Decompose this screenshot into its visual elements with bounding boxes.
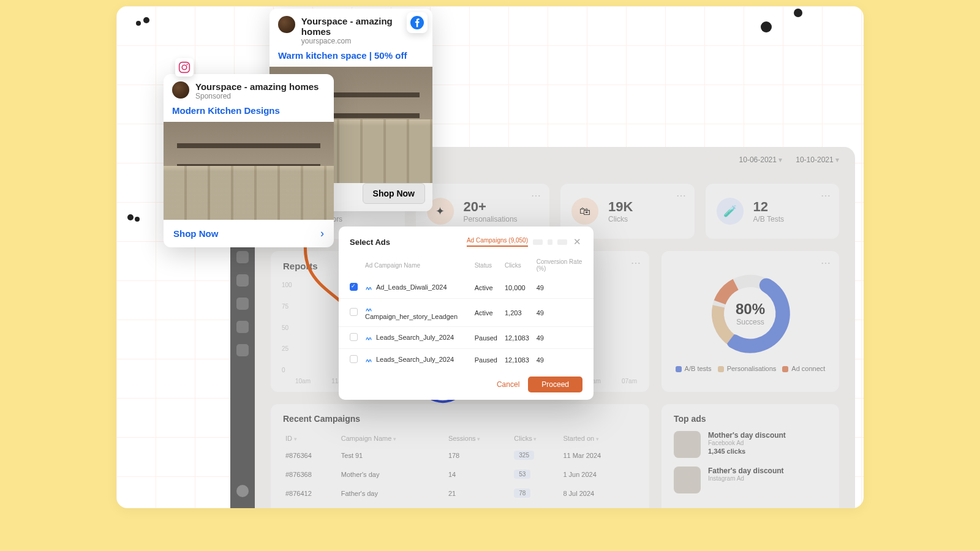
instagram-icon — [175, 58, 194, 77]
checkbox[interactable] — [350, 333, 358, 341]
top-ad-row[interactable]: Father's day discount Instagram Ad — [674, 467, 827, 493]
success-donut-panel: ⋯ 80% Success A — [662, 251, 839, 392]
table-row[interactable]: Leads_Search_July_2024Paused12,108349 — [339, 349, 594, 371]
sidebar-avatar[interactable] — [236, 485, 249, 497]
clicks: 12,1083 — [501, 327, 533, 349]
status: Paused — [471, 327, 501, 349]
shop-now-link[interactable]: Shop Now — [173, 228, 218, 239]
legend-adconnect: Ad connect — [782, 365, 825, 372]
ad-image — [164, 122, 334, 220]
chevron-right-icon[interactable]: › — [320, 227, 324, 240]
bag-icon: 🛍 — [571, 198, 598, 225]
conversion-rate: 49 — [533, 349, 594, 371]
campaign-name: Leads_Search_July_2024 — [361, 327, 471, 349]
instagram-ad-preview: Yourspace - amazing homes Sponsored Mode… — [164, 74, 334, 247]
conversion-rate: 49 — [533, 277, 594, 299]
sidebar-item[interactable] — [236, 274, 249, 287]
date-range: 10-06-2021 10-10-2021 — [739, 156, 839, 164]
fb-headline: Warm kitchen space | 50% off — [270, 49, 432, 67]
table-row[interactable]: #876364Test 9117832511 Mar 2024 — [283, 446, 637, 465]
more-icon[interactable]: ⋯ — [531, 190, 541, 201]
sidebar-item[interactable] — [236, 321, 249, 333]
ig-headline: Modern Kitchen Designs — [164, 104, 334, 122]
checkbox[interactable] — [350, 355, 358, 363]
checkbox[interactable] — [350, 308, 358, 316]
svg-rect-6 — [179, 62, 190, 73]
svg-point-8 — [187, 64, 188, 65]
thumb-icon — [674, 467, 701, 493]
cancel-button[interactable]: Cancel — [497, 377, 519, 392]
donut-chart: 80% Success — [707, 271, 793, 356]
conversion-rate: 49 — [533, 327, 594, 349]
modal-title: Select Ads — [350, 238, 390, 247]
recent-campaigns-table: ID Campaign Name Sessions Clicks Started… — [283, 431, 637, 503]
stat-card-abtests: 🧪 12 A/B Tests ⋯ — [706, 184, 840, 239]
col-clicks[interactable]: Clicks — [501, 253, 533, 277]
stat-value: 19K — [608, 199, 633, 215]
more-icon[interactable]: ⋯ — [821, 190, 831, 201]
stat-value: 20+ — [464, 199, 518, 215]
clicks: 12,1083 — [501, 349, 533, 371]
table-row[interactable]: Leads_Search_July_2024Paused12,108349 — [339, 327, 594, 349]
donut-percent: 80% — [736, 301, 765, 318]
canvas-frame: 10-06-2021 10-10-2021 👤 20+ Visitors ⋯ ✦… — [116, 6, 864, 508]
recent-title: Recent Campaigns — [283, 414, 637, 424]
campaign-name: Ad_Leads_Diwali_2024 — [361, 277, 471, 299]
table-row[interactable]: Ad_Leads_Diwali_2024Active10,00049 — [339, 277, 594, 299]
decoration-dot — [143, 17, 149, 23]
clicks: 10,000 — [501, 277, 533, 299]
stat-value: 12 — [753, 199, 784, 215]
topads-title: Top ads — [674, 414, 827, 424]
tab-placeholder[interactable] — [557, 239, 567, 245]
brand-domain: yourspace.com — [301, 37, 424, 45]
table-row[interactable]: #876412Father's day21788 Jul 2024 — [283, 484, 637, 503]
col-id[interactable]: ID — [283, 431, 339, 446]
select-ads-modal: Select Ads Ad Campaigns (9,050) ✕ Ad Cam… — [339, 227, 594, 400]
more-icon[interactable]: ⋯ — [821, 257, 831, 269]
tab-placeholder[interactable] — [533, 239, 543, 245]
campaign-name: Campaign_her_story_Leadgen — [361, 299, 471, 327]
status: Active — [471, 299, 501, 327]
stat-label: A/B Tests — [753, 215, 784, 223]
sidebar-item[interactable] — [236, 251, 249, 263]
tab-placeholder[interactable] — [548, 239, 552, 245]
brand-avatar-icon — [172, 81, 189, 99]
conversion-rate: 49 — [533, 299, 594, 327]
thumb-icon — [674, 431, 701, 458]
col-started[interactable]: Started on — [560, 431, 637, 446]
close-icon[interactable]: ✕ — [572, 236, 582, 247]
shop-now-button[interactable]: Shop Now — [363, 183, 425, 204]
col-name[interactable]: Campaign Name — [339, 431, 446, 446]
table-row[interactable]: Campaign_her_story_LeadgenActive1,20349 — [339, 299, 594, 327]
sidebar-item[interactable] — [236, 344, 249, 356]
checkbox[interactable] — [350, 283, 358, 291]
date-to[interactable]: 10-10-2021 — [796, 156, 839, 164]
col-cr[interactable]: Conversion Rate (%) — [533, 253, 594, 277]
sidebar-item[interactable] — [236, 298, 249, 310]
select-ads-table: Ad Campaign Name Status Clicks Conversio… — [339, 253, 594, 370]
donut-legend: A/B tests Personalisations Ad connect — [676, 365, 826, 372]
top-ad-row[interactable]: Mother's day discount Facebook Ad 1,345 … — [674, 431, 827, 458]
col-campaign-name[interactable]: Ad Campaign Name — [361, 253, 471, 277]
status: Paused — [471, 349, 501, 371]
svg-point-7 — [182, 65, 187, 70]
brand-avatar-icon — [278, 16, 295, 33]
facebook-icon — [407, 12, 428, 33]
campaign-name: Leads_Search_July_2024 — [361, 349, 471, 371]
date-from[interactable]: 10-06-2021 — [739, 156, 783, 164]
more-icon[interactable]: ⋯ — [676, 190, 686, 201]
col-sessions[interactable]: Sessions — [446, 431, 511, 446]
tab-ad-campaigns[interactable]: Ad Campaigns (9,050) — [467, 237, 528, 247]
top-ads-panel: Top ads Mother's day discount Facebook A… — [662, 404, 839, 508]
table-row[interactable]: #876368Mother's day14531 Jun 2024 — [283, 465, 637, 484]
decoration-dot — [761, 21, 772, 32]
decoration-dot — [127, 214, 134, 220]
proceed-button[interactable]: Proceed — [528, 377, 582, 392]
decoration-dot — [794, 9, 802, 17]
stat-label: Clicks — [608, 215, 633, 223]
col-status[interactable]: Status — [471, 253, 501, 277]
status: Active — [471, 277, 501, 299]
col-clicks[interactable]: Clicks — [511, 431, 560, 446]
legend-abtests: A/B tests — [676, 365, 712, 372]
more-icon[interactable]: ⋯ — [631, 257, 641, 269]
